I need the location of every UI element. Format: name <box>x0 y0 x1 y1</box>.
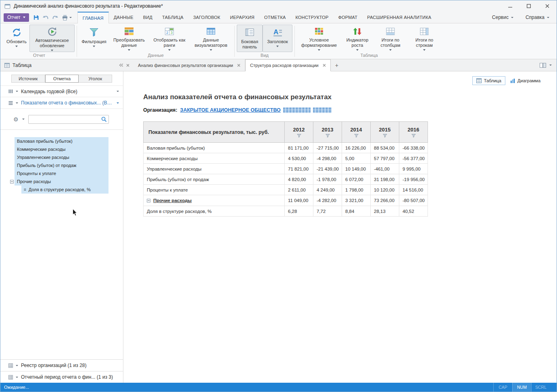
cell[interactable]: 8,84 <box>342 206 371 217</box>
cell[interactable]: 16 226,00 <box>342 143 371 153</box>
filter-icon[interactable] <box>383 134 387 138</box>
cell[interactable]: 10 149,00 <box>342 164 371 174</box>
show-as-ranks-button[interactable]: 23 Отобразить как ранги <box>149 25 190 52</box>
row-label[interactable]: Валовая прибыль (убыток) <box>144 143 285 153</box>
tab-corner[interactable]: Уголок <box>79 75 112 83</box>
cell[interactable]: -66 338,00 <box>399 143 428 153</box>
close-button[interactable] <box>538 0 557 12</box>
cell[interactable]: 28,13 <box>371 206 399 217</box>
filter-button[interactable]: Фильтрация <box>79 25 109 52</box>
cell[interactable]: -80 507,00 <box>399 195 428 206</box>
ribbon-tab-data[interactable]: ДАННЫЕ <box>109 12 138 23</box>
cell[interactable]: 40,52 <box>399 206 428 217</box>
save-button[interactable] <box>33 15 39 21</box>
cell[interactable]: 88 534,00 <box>371 143 399 153</box>
cell[interactable]: 11 049,00 <box>285 195 313 206</box>
dimension-org-registry[interactable]: Реестр организаций (1 из 28) <box>0 359 123 371</box>
help-menu[interactable]: Справка <box>526 15 549 20</box>
refresh-button[interactable]: Обновить <box>4 25 29 52</box>
side-panel-button[interactable]: Боковая панель <box>237 25 263 52</box>
cell[interactable]: -21 439,00 <box>313 164 342 174</box>
tab-close-icon[interactable] <box>323 64 326 67</box>
undo-button[interactable] <box>42 15 49 20</box>
collapse-chevrons-icon[interactable] <box>119 63 123 67</box>
table-view-button[interactable]: Таблица <box>472 76 505 85</box>
tree-item[interactable]: Коммерческие расходы <box>15 145 123 153</box>
column-totals-button[interactable]: Итоги по столбцам <box>373 25 407 52</box>
chevron-down-icon[interactable] <box>16 91 18 92</box>
cell[interactable]: 7,72 <box>313 206 342 217</box>
tree-item[interactable]: Управленческие расходы <box>15 153 123 161</box>
cell[interactable]: 71 821,00 <box>285 164 313 174</box>
doc-tab-expense-structure[interactable]: Структура расходов организации <box>245 59 331 71</box>
chart-view-button[interactable]: Диаграмма <box>506 76 544 85</box>
ribbon-tab-home[interactable]: ГЛАВНАЯ <box>77 12 109 23</box>
cell[interactable]: 1 798,00 <box>342 185 371 195</box>
tab-source[interactable]: Источник <box>11 75 45 83</box>
tree-item-expandable[interactable]: Прочие расходы <box>10 177 123 186</box>
close-panel-icon[interactable] <box>126 64 129 67</box>
table-header-indicators[interactable]: Показатели финансовых результатов, тыс. … <box>144 122 285 143</box>
cell[interactable]: -4 282,00 <box>313 195 342 206</box>
cell[interactable]: -461,00 <box>371 164 399 174</box>
table-header-year[interactable]: 2015 <box>371 122 399 143</box>
cell[interactable]: 31 198,00 <box>371 174 399 185</box>
row-label[interactable]: Проценты к уплате <box>144 185 285 195</box>
report-menu-button[interactable]: Отчет <box>4 13 29 22</box>
add-tab-button[interactable]: + <box>331 59 343 71</box>
cell[interactable]: 3 321,00 <box>342 195 371 206</box>
tab-close-icon[interactable] <box>237 64 240 67</box>
tree-item[interactable]: Прибыль (убыток) от продаж <box>15 161 123 169</box>
chevron-down-icon[interactable] <box>22 119 25 120</box>
doc-tab-financial-results[interactable]: Анализ финансовых результатов организаци… <box>134 59 245 71</box>
table-header-year[interactable]: 2016 <box>399 122 428 143</box>
ribbon-tab-table[interactable]: ТАБЛИЦА <box>157 12 188 23</box>
chevron-down-icon[interactable] <box>117 102 119 104</box>
conditional-formatting-button[interactable]: Условное форматирование <box>297 25 341 52</box>
search-icon[interactable] <box>101 117 107 123</box>
row-label[interactable]: Прибыль (убыток) от продаж <box>144 174 285 185</box>
header-toggle-button[interactable]: A Заголовок <box>263 25 292 52</box>
cell[interactable]: 5,00 <box>342 153 371 164</box>
cell[interactable]: 4 820,00 <box>285 174 313 185</box>
service-menu[interactable]: Сервис <box>492 15 513 20</box>
chevron-down-icon[interactable] <box>549 65 552 66</box>
cell[interactable]: 4 530,00 <box>285 153 313 164</box>
cell[interactable]: 6,28 <box>285 206 313 217</box>
dimension-indicators[interactable]: Показатели отчета о финансовых... (Все) <box>0 97 123 109</box>
filter-icon[interactable] <box>297 134 301 138</box>
cell[interactable]: 10 120,00 <box>371 185 399 195</box>
row-label[interactable]: Коммерческие расходы <box>144 153 285 164</box>
tree-item[interactable]: Валовая прибыль (убыток) <box>15 137 123 145</box>
ribbon-tab-format[interactable]: ФОРМАТ <box>334 12 363 23</box>
dimension-calendar[interactable]: Календарь годовой (Все) <box>0 85 123 97</box>
transform-data-button[interactable]: Преобразовать данные <box>109 25 149 52</box>
row-label[interactable]: Управленческие расходы <box>144 164 285 174</box>
filter-icon[interactable] <box>354 134 359 138</box>
auto-refresh-button[interactable]: Автоматическое обновление <box>29 25 75 52</box>
dimension-report-period[interactable]: Отчетный период отчета о фин... (1 из 3) <box>0 371 123 383</box>
redo-button[interactable] <box>52 15 58 20</box>
visualizer-data-button[interactable]: Данные визуализаторов <box>190 25 232 52</box>
cell[interactable]: 4 249,00 <box>313 185 342 195</box>
growth-indicator-button[interactable]: Индикатор роста <box>341 25 373 52</box>
cell[interactable]: 6 072,00 <box>342 174 371 185</box>
cell[interactable]: 2 611,00 <box>285 185 313 195</box>
table-header-year[interactable]: 2012 <box>285 122 313 143</box>
cell[interactable]: 14 516,00 <box>399 185 428 195</box>
cell[interactable]: -19 956,00 <box>399 174 428 185</box>
tab-mark[interactable]: Отметка <box>45 75 79 83</box>
ribbon-tab-advanced-analytics[interactable]: РАСШИРЕННАЯ АНАЛИТИКА <box>362 12 436 23</box>
cell[interactable]: 73 266,00 <box>371 195 399 206</box>
row-label-child[interactable]: Доля в структуре расходов, % <box>144 206 285 217</box>
organization-link[interactable]: ЗАКРЫТОЕ АКЦИОНЕРНОЕ ОБЩЕСТВО <box>180 107 332 113</box>
ribbon-tab-mark[interactable]: ОТМЕТКА <box>259 12 291 23</box>
chevron-down-icon[interactable] <box>16 377 18 378</box>
table-header-year[interactable]: 2014 <box>342 122 371 143</box>
chevron-down-icon[interactable] <box>16 365 18 366</box>
collapse-icon[interactable] <box>147 199 150 202</box>
gear-icon[interactable]: ⚙ <box>13 117 19 122</box>
search-input[interactable] <box>28 115 109 124</box>
filter-icon[interactable] <box>325 134 330 138</box>
cell[interactable]: -1 978,00 <box>313 174 342 185</box>
